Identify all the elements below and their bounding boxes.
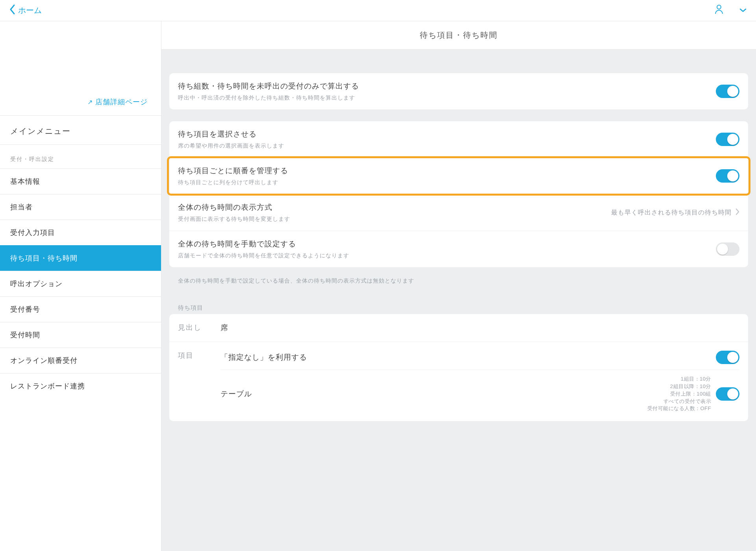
row-title: 待ち組数・待ち時間を未呼出の受付のみで算出する [178,81,716,91]
content-scroll[interactable]: 待ち組数・待ち時間を未呼出の受付のみで算出する 呼出中・呼出済の受付を除外した待… [161,50,756,551]
card-calc-uncalled: 待ち組数・待ち時間を未呼出の受付のみで算出する 呼出中・呼出済の受付を除外した待… [169,73,748,109]
topbar: ホーム [0,0,756,21]
user-icon [714,4,724,17]
sidebar-item-basic-info[interactable]: 基本情報 [0,168,161,194]
sidebar-main-menu[interactable]: メインメニュー [0,116,161,145]
sidebar-item-restaurant-board[interactable]: レストランボード連携 [0,373,161,399]
entry-use-none: 「指定なし」を利用する [220,351,739,370]
entry-table-details: 1組目：10分 2組目以降：10分 受付上限：100組 すべての受付で表示 受付… [647,375,712,412]
user-menu[interactable] [714,4,747,17]
sidebar-item-wait-items[interactable]: 待ち項目・待ち時間 [0,245,161,271]
wait-items-heading: 待ち項目 [169,288,748,314]
toggle-use-none[interactable] [716,351,739,364]
chevron-left-icon [9,4,16,17]
toggle-select-wait-item[interactable] [716,133,739,146]
sidebar-item-reception-fields[interactable]: 受付入力項目 [0,220,161,245]
display-mode-value: 最も早く呼出される待ち項目の待ち時間 [611,209,732,217]
chevron-right-icon [736,208,739,217]
heading-val: 席 [220,314,748,342]
wait-items-heading-row[interactable]: 見出し 席 [169,314,748,342]
sidebar-item-online-queue[interactable]: オンライン順番受付 [0,348,161,373]
entry-table[interactable]: テーブル 1組目：10分 2組目以降：10分 受付上限：100組 すべての受付で… [220,370,739,412]
back-button[interactable]: ホーム [9,4,42,17]
sidebar-item-staff[interactable]: 担当者 [0,194,161,220]
toggle-manual-wait-time[interactable] [716,242,739,256]
store-details-label: 店舗詳細ページ [95,97,148,107]
sidebar-section-label: 受付・呼出設定 [0,145,161,168]
sidebar-item-ticket-number[interactable]: 受付番号 [0,296,161,322]
entries-key: 項目 [169,342,220,369]
sidebar-header: ↗ 店舗詳細ページ [0,21,161,116]
toggle-entry-table[interactable] [716,387,739,401]
wait-items-entries-row: 項目 「指定なし」を利用する テーブル 1組目：10分 2組目以降：10分 [169,342,748,421]
external-link-icon: ↗ [87,98,93,106]
row-display-mode[interactable]: 全体の待ち時間の表示方式 受付画面に表示する待ち時間を変更します 最も早く呼出さ… [169,194,748,231]
card2-footnote: 全体の待ち時間を手動で設定している場合、全体の待ち時間の表示方式は無効となります [169,272,748,286]
store-details-link[interactable]: ↗ 店舗詳細ページ [87,97,148,107]
sidebar-item-reception-hours[interactable]: 受付時間 [0,322,161,348]
row-select-wait-item: 待ち項目を選択させる 席の希望や用件の選択画面を表示します [169,121,748,158]
chevron-down-icon [739,7,747,14]
row-manage-per-item: 待ち項目ごとに順番を管理する 待ち項目ごとに列を分けて呼出します [169,158,748,194]
main-menu-label: メインメニュー [0,116,161,144]
heading-key: 見出し [169,314,220,341]
svg-point-0 [717,5,721,9]
card-wait-items: 見出し 席 項目 「指定なし」を利用する テーブル [169,314,748,421]
back-label: ホーム [18,5,42,16]
toggle-manage-per-item[interactable] [716,169,739,183]
sidebar-item-call-options[interactable]: 呼出オプション [0,271,161,296]
content-title: 待ち項目・待ち時間 [161,21,756,50]
content-panel: 待ち項目・待ち時間 待ち組数・待ち時間を未呼出の受付のみで算出する 呼出中・呼出… [161,21,756,551]
row-manual-wait-time: 全体の待ち時間を手動で設定する 店舗モードで全体の待ち時間を任意で設定できるよう… [169,231,748,267]
sidebar: ↗ 店舗詳細ページ メインメニュー 受付・呼出設定 基本情報 担当者 受付入力項… [0,21,161,551]
toggle-calc-uncalled[interactable] [716,85,739,98]
row-calc-uncalled: 待ち組数・待ち時間を未呼出の受付のみで算出する 呼出中・呼出済の受付を除外した待… [169,73,748,109]
row-desc: 呼出中・呼出済の受付を除外した待ち組数・待ち時間を算出します [178,94,716,102]
card-wait-item-settings: 待ち項目を選択させる 席の希望や用件の選択画面を表示します 待ち項目ごとに順番を… [169,121,748,267]
